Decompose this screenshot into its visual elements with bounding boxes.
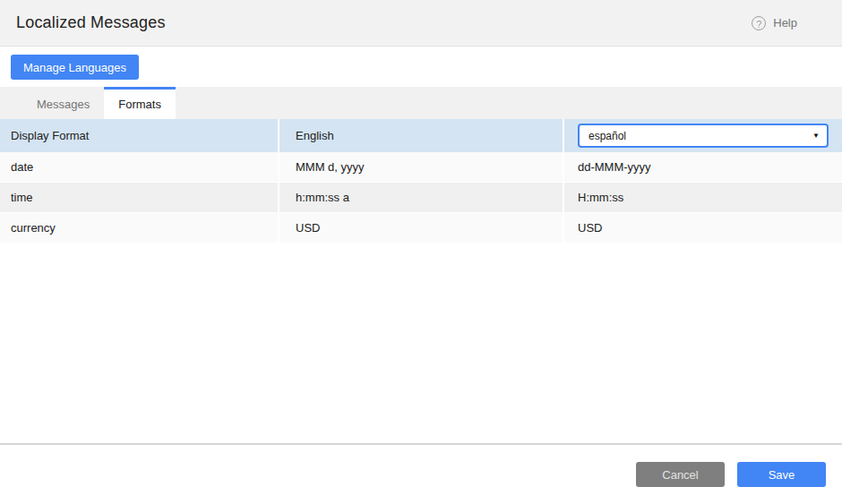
column-header-english: English	[278, 119, 563, 152]
table-row-date: date MMM d, yyyy dd-MMM-yyyy	[0, 152, 842, 183]
format-name-cell: time	[0, 183, 278, 212]
formats-table: Display Format English español ▼ date MM…	[0, 119, 842, 243]
language-select-value: español	[589, 130, 626, 142]
column-header-display-format: Display Format	[0, 119, 278, 152]
help-button[interactable]: ? Help	[752, 16, 826, 30]
localized-format-cell[interactable]: H:mm:ss	[563, 183, 842, 212]
page-title: Localized Messages	[16, 13, 166, 32]
toolbar-row: Manage Languages	[0, 47, 842, 87]
tab-formats[interactable]: Formats	[104, 87, 176, 119]
chevron-down-icon: ▼	[812, 132, 820, 140]
footer-divider	[0, 443, 842, 445]
tab-messages[interactable]: Messages	[22, 87, 104, 119]
footer-actions: Cancel Save	[636, 462, 826, 487]
table-row-currency: currency USD USD	[0, 213, 842, 243]
table-header-row: Display Format English español ▼	[0, 119, 842, 152]
top-header-bar: Localized Messages ? Help	[0, 0, 842, 47]
language-select[interactable]: español ▼	[578, 124, 829, 148]
localized-messages-page: Localized Messages ? Help Manage Languag…	[0, 0, 842, 504]
localized-format-cell[interactable]: dd-MMM-yyyy	[563, 152, 842, 182]
save-button[interactable]: Save	[737, 462, 826, 487]
help-label: Help	[773, 16, 797, 30]
english-format-cell: h:mm:ss a	[278, 183, 563, 212]
column-header-language-cell: español ▼	[563, 119, 842, 152]
manage-languages-button[interactable]: Manage Languages	[11, 55, 139, 80]
help-icon: ?	[752, 16, 766, 30]
english-format-cell: USD	[278, 213, 563, 243]
tab-strip: Messages Formats	[0, 87, 842, 119]
format-name-cell: currency	[0, 213, 278, 243]
cancel-button[interactable]: Cancel	[636, 462, 725, 487]
localized-format-cell[interactable]: USD	[563, 213, 842, 243]
table-row-time: time h:mm:ss a H:mm:ss	[0, 183, 842, 213]
english-format-cell: MMM d, yyyy	[278, 152, 563, 182]
format-name-cell: date	[0, 152, 278, 182]
